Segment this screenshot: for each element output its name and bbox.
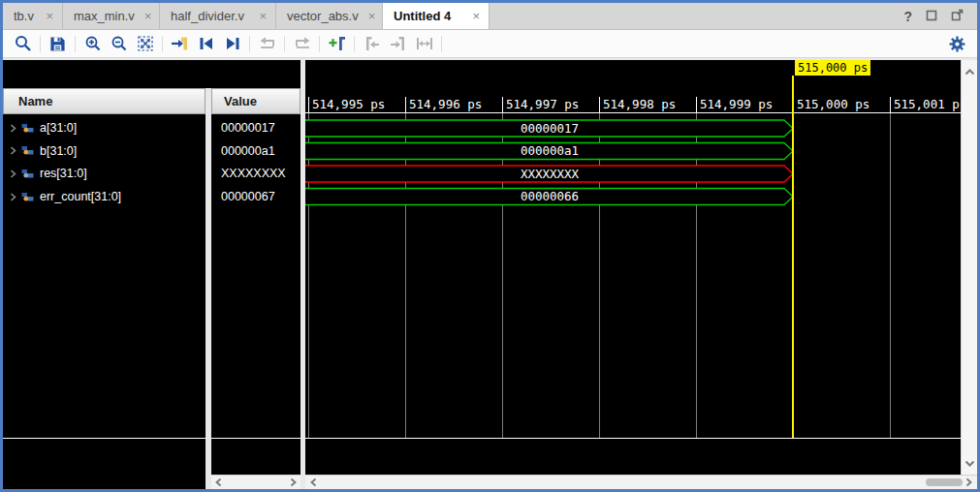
goto-cursor-icon[interactable] [167,33,193,55]
bus-signal-icon [21,145,34,156]
tab-bar: tb.v×max_min.v×half_divider.v×vector_abs… [3,3,977,30]
scroll-right-icon[interactable] [964,477,973,487]
tab-label: vector_abs.v [287,9,359,23]
wave-horizontal-scrollbar[interactable] [305,475,977,489]
tab-label: max_min.v [74,9,135,23]
tab-untitled-4[interactable]: Untitled 4× [383,3,490,29]
span-markers-icon [411,33,437,55]
save-waveform-icon[interactable] [45,33,71,55]
tab-label: tb.v [14,9,34,23]
previous-marker-icon [359,33,385,55]
close-icon[interactable]: × [368,9,376,23]
signal-row[interactable]: res[31:0] [3,162,205,185]
add-marker-icon[interactable] [324,33,350,55]
signal-row[interactable]: a[31:0] [3,116,205,139]
tab-label: Untitled 4 [394,9,451,23]
signal-value: 00000067 [221,190,275,203]
close-icon[interactable]: × [144,9,152,23]
expand-icon[interactable] [9,124,17,133]
toolbar-separator [319,36,320,52]
help-icon[interactable]: ? [903,9,912,24]
signal-value: 000000a1 [221,144,275,158]
zoom-in-icon[interactable] [79,33,106,55]
vivado-simulation-window: { "icons": { "close": "×", "help": "?" }… [0,0,980,492]
toolbar-separator [441,36,442,52]
expand-icon[interactable] [9,169,17,178]
next-marker-icon [385,33,411,55]
signal-value: XXXXXXXX [221,167,286,180]
tab-label: half_divider.v [171,9,244,23]
expand-icon[interactable] [9,146,17,155]
signal-name: res[31:0] [40,167,87,180]
value-column-header[interactable]: Value [211,88,300,114]
vertical-scrollbar[interactable] [961,60,977,475]
signal-panel-header-strip [3,60,300,88]
signal-row[interactable]: b[31:0] [3,139,205,163]
find-icon[interactable] [10,33,36,55]
previous-transition-icon[interactable] [193,33,219,55]
value-horizontal-scrollbar[interactable] [211,475,300,489]
tabs-container: tb.v×max_min.v×half_divider.v×vector_abs… [3,3,490,29]
signal-value-panel: 00000017000000a1XXXXXXXX00000067 [211,114,300,475]
close-icon[interactable]: × [259,9,267,23]
bus-signal-icon [21,169,34,179]
settings-gear-icon[interactable] [949,36,965,52]
bus-signal-icon [21,192,34,202]
toolbar-separator [354,36,355,52]
toolbar-separator [284,36,285,52]
scroll-down-icon[interactable] [964,454,975,472]
toolbar-buttons [10,33,446,55]
wave-toolbar [3,30,977,58]
toolbar-separator [162,36,163,52]
bus-value-label: XXXXXXXX [521,167,580,181]
snap-to-transition-icon [289,33,315,55]
wave-area-bottom-line [305,438,961,439]
bus-value-label: 00000066 [521,189,579,203]
expand-icon[interactable] [9,193,17,201]
bus-value-label: 000000a1 [521,143,579,158]
signal-value-cell[interactable]: XXXXXXXX [211,162,300,185]
float-window-icon[interactable] [951,8,964,25]
signal-value-cell[interactable]: 00000067 [211,185,300,208]
signal-name-panel: a[31:0]b[31:0]res[31:0]err_count[31:0] [3,114,205,489]
waveform-canvas[interactable]: 514,995 ps514,996 ps514,997 ps514,998 ps… [305,60,961,475]
panel-divider-line [3,438,205,439]
window-body: tb.v×max_min.v×half_divider.v×vector_abs… [3,3,977,489]
scroll-up-icon[interactable] [964,63,975,80]
toolbar-separator [75,36,76,52]
window-controls: ? [903,3,977,29]
toolbar-separator [249,36,250,52]
close-icon[interactable]: × [472,9,480,23]
zoom-fit-icon[interactable] [132,33,158,55]
tab-vector-abs-v[interactable]: vector_abs.v× [276,3,383,29]
zoom-out-icon[interactable] [106,33,132,55]
panel-divider-line [211,438,300,439]
signal-name: b[31:0] [40,144,77,158]
signal-name: a[31:0] [40,121,77,135]
bus-waveforms: 00000017000000a1XXXXXXXX00000066 [305,60,961,440]
close-icon[interactable]: × [46,9,53,23]
swap-cursors-icon [254,33,280,55]
signal-name: err_count[31:0] [40,190,121,203]
maximize-icon[interactable] [926,8,937,25]
signal-value: 00000017 [221,121,275,135]
cursor-time-label[interactable]: 515,000 ps [795,60,870,76]
tab-tb-v[interactable]: tb.v× [3,3,63,29]
toolbar-separator [40,36,41,52]
time-cursor[interactable] [792,76,794,438]
name-column-header[interactable]: Name [3,88,205,114]
bus-value-label: 00000017 [521,121,579,136]
tab-max-min-v[interactable]: max_min.v× [63,3,160,29]
signal-value-cell[interactable]: 000000a1 [211,139,300,163]
scroll-left-icon[interactable] [309,477,318,487]
signal-row[interactable]: err_count[31:0] [3,185,205,208]
scroll-left-icon[interactable] [214,477,223,487]
bus-signal-icon [21,123,34,134]
scroll-right-icon[interactable] [289,477,298,487]
scrollbar-thumb[interactable] [926,478,963,486]
signal-value-cell[interactable]: 00000017 [211,116,300,139]
next-transition-icon[interactable] [219,33,245,55]
tab-half-divider-v[interactable]: half_divider.v× [160,3,276,29]
